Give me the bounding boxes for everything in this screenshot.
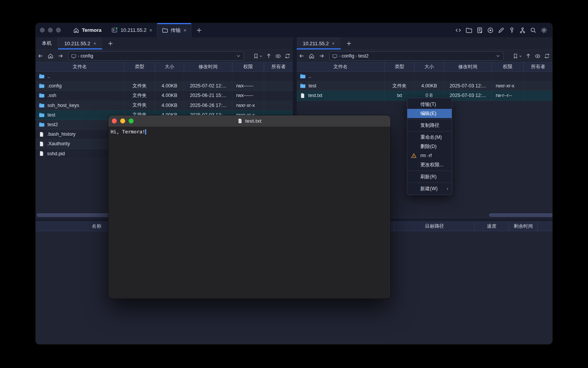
key-icon[interactable] xyxy=(508,26,515,34)
tab-remote-host[interactable]: 10.211.55.2 × xyxy=(297,37,341,49)
file-row[interactable]: .. xyxy=(297,72,552,81)
keychain-icon[interactable] xyxy=(519,26,526,34)
menu-item-rm-rf[interactable]: rm -rf xyxy=(407,151,452,160)
bookmark-button[interactable] xyxy=(513,53,522,59)
home-icon[interactable] xyxy=(307,53,317,59)
new-panel-tab-button[interactable] xyxy=(341,37,357,49)
column-header[interactable]: 类型 xyxy=(385,62,415,71)
tab-termora-home[interactable]: Termora xyxy=(68,23,107,37)
column-header[interactable]: 修改时间 xyxy=(184,62,232,71)
column-header[interactable]: 所有者 xyxy=(524,62,552,71)
column-header[interactable]: 修改时间 xyxy=(444,62,492,71)
menu-item-delete[interactable]: 删除(D) xyxy=(407,142,452,151)
editor-titlebar[interactable]: test.txt xyxy=(108,115,390,127)
menu-item-change-permissions[interactable]: 更改权限... xyxy=(407,160,452,169)
context-menu: 传输(T) 编辑(E) 复制路径 重命名(M) 删除(D) rm -rf 更改权… xyxy=(407,98,452,195)
file-row[interactable]: .ssh 文件夹4.00KB2025-06-21 15:...rwx------ xyxy=(36,91,293,100)
chevron-right-icon: › xyxy=(356,53,357,59)
edit-icon[interactable] xyxy=(497,26,505,34)
chevron-down-icon[interactable] xyxy=(236,53,241,59)
tab-remote-host[interactable]: 10.211.55.2 × xyxy=(58,37,102,49)
show-hidden-eye-icon[interactable] xyxy=(275,53,281,59)
file-name: sshd.pid xyxy=(47,151,65,156)
new-tab-button[interactable] xyxy=(191,23,207,37)
path-segment[interactable]: test2 xyxy=(358,53,369,59)
code-icon[interactable] xyxy=(454,26,462,34)
column-header[interactable]: 大小 xyxy=(155,62,184,71)
close-icon[interactable]: × xyxy=(149,28,152,33)
close-window-button[interactable] xyxy=(40,28,45,33)
path-segment[interactable]: config xyxy=(80,53,93,59)
column-header[interactable]: 文件名 xyxy=(297,62,385,71)
file-row[interactable]: ssh_host_keys 文件夹4.00KB2025-06-26 17:...… xyxy=(36,101,293,110)
chevron-down-icon xyxy=(519,54,522,58)
horizontal-scrollbar[interactable] xyxy=(489,214,552,217)
tab-ssh-session[interactable]: 10.211.55.2 × xyxy=(107,23,157,37)
back-icon[interactable] xyxy=(297,53,307,59)
menu-item-refresh[interactable]: 刷新(R) xyxy=(407,172,452,181)
menu-item-edit[interactable]: 编辑(E) xyxy=(407,109,452,118)
column-header[interactable]: 剩余时间 xyxy=(509,222,538,231)
folder-icon[interactable] xyxy=(465,26,472,34)
menu-item-new[interactable]: 新建(W) › xyxy=(407,184,452,193)
menu-separator xyxy=(407,119,452,120)
column-header[interactable]: 大小 xyxy=(415,62,444,71)
editor-title: test.txt xyxy=(108,118,390,124)
close-window-button[interactable] xyxy=(112,118,117,123)
folder-icon xyxy=(39,92,45,99)
bookmark-button[interactable] xyxy=(253,53,263,59)
show-hidden-eye-icon[interactable] xyxy=(534,53,541,59)
home-icon[interactable] xyxy=(46,53,56,59)
column-header[interactable]: 速度 xyxy=(475,222,509,231)
path-input[interactable]: › config xyxy=(68,51,244,61)
new-panel-tab-button[interactable] xyxy=(102,37,119,49)
titlebar: Termora 10.211.55.2 × 传输 × xyxy=(36,23,552,37)
chevron-right-icon: › xyxy=(447,186,448,191)
forward-icon[interactable] xyxy=(317,53,327,59)
close-icon[interactable]: × xyxy=(332,41,335,46)
chevron-down-icon[interactable] xyxy=(495,53,501,59)
column-header[interactable]: 权限 xyxy=(492,62,524,71)
settings-icon[interactable] xyxy=(540,26,547,34)
editor-content[interactable]: Hi, Termora! xyxy=(108,127,390,299)
minimize-window-button[interactable] xyxy=(48,28,53,33)
column-header[interactable]: 所有者 xyxy=(264,62,293,71)
record-icon[interactable] xyxy=(487,26,494,34)
file-row[interactable]: test 文件夹4.00KB2025-07-03 12:...rwxr-xr-x xyxy=(297,81,552,91)
close-icon[interactable]: × xyxy=(183,28,186,33)
file-row[interactable]: .config 文件夹4.00KB2025-07-02 12:...rwx---… xyxy=(36,81,293,91)
file-name: test xyxy=(47,112,55,118)
refresh-icon[interactable] xyxy=(284,53,291,59)
upload-icon[interactable] xyxy=(525,53,531,59)
chevron-right-icon: › xyxy=(78,53,79,59)
document-icon xyxy=(237,118,243,124)
path-input[interactable]: › config › test2 xyxy=(329,51,503,61)
file-icon xyxy=(39,151,44,156)
menu-item-transfer[interactable]: 传输(T) xyxy=(407,100,452,109)
tab-transfer[interactable]: 传输 × xyxy=(157,23,191,37)
refresh-icon[interactable] xyxy=(544,53,550,59)
file-name: .. xyxy=(47,74,50,79)
log-icon[interactable] xyxy=(476,26,483,34)
menu-item-rename[interactable]: 重命名(M) xyxy=(407,133,452,142)
file-icon xyxy=(300,93,305,99)
column-header[interactable]: 文件名 xyxy=(36,62,124,71)
column-header[interactable]: 类型 xyxy=(124,62,155,71)
path-segment[interactable]: config xyxy=(341,53,354,59)
back-icon[interactable] xyxy=(36,53,46,59)
search-icon[interactable] xyxy=(529,26,537,34)
menu-item-copy-path[interactable]: 复制路径 xyxy=(407,121,452,130)
folder-icon xyxy=(39,112,45,118)
column-header[interactable]: 权限 xyxy=(232,62,264,71)
zoom-window-button[interactable] xyxy=(129,118,134,123)
zoom-window-button[interactable] xyxy=(56,28,61,33)
file-icon xyxy=(39,141,44,147)
folder-icon xyxy=(39,73,45,79)
file-row[interactable]: .. xyxy=(36,72,293,81)
close-icon[interactable]: × xyxy=(93,41,96,46)
column-header[interactable]: 目标路径 xyxy=(395,222,475,231)
tab-local-machine[interactable]: 本机 xyxy=(36,37,58,49)
forward-icon[interactable] xyxy=(56,53,65,59)
upload-icon[interactable] xyxy=(266,53,272,59)
minimize-window-button[interactable] xyxy=(120,118,125,123)
